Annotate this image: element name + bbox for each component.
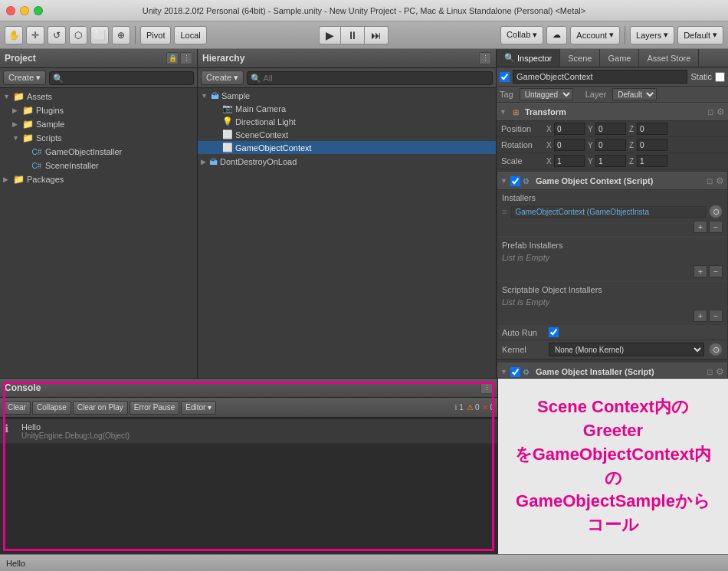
inspector-scroll-area: Static Tag Untagged Layer Default ▼ xyxy=(497,67,728,378)
goc-settings-icon[interactable]: ⚙ xyxy=(716,176,724,186)
fullscreen-button[interactable] xyxy=(34,6,43,15)
hand-tool-button[interactable]: ✋ xyxy=(5,26,23,44)
rotation-z-input[interactable]: 0 xyxy=(637,139,667,151)
project-search-input[interactable] xyxy=(49,71,194,85)
scale-y-input[interactable]: 1 xyxy=(595,155,626,167)
transform-tool-button[interactable]: ⊕ xyxy=(112,26,130,44)
tree-item-sample[interactable]: ▶ 📁 Sample xyxy=(0,117,197,131)
prefab-add-button[interactable]: + xyxy=(694,265,707,277)
prefab-remove-button[interactable]: − xyxy=(709,265,723,277)
position-z-input[interactable]: 0 xyxy=(637,123,667,135)
hierarchy-create-button[interactable]: Create ▾ xyxy=(201,71,244,85)
hierarchy-item-directionallight[interactable]: 💡 Directional Light xyxy=(198,115,496,128)
scale-x-input[interactable]: 1 xyxy=(554,155,585,167)
tree-item-sceneinstaller[interactable]: C# SceneInstaller xyxy=(0,159,197,172)
kernel-dropdown[interactable]: None (Mono Kernel) xyxy=(549,343,704,356)
minimize-button[interactable] xyxy=(20,6,29,15)
gameobject-context-section: ▼ ⚙ Game Object Context (Script) ⊡ ⚙ Ins… xyxy=(497,171,728,360)
project-create-button[interactable]: Create ▾ xyxy=(3,71,46,85)
hierarchy-item-scenecontext[interactable]: ⬜ SceneContext xyxy=(198,128,496,141)
hierarchy-search-input[interactable] xyxy=(247,71,493,85)
tab-inspector[interactable]: 🔍 Inspector xyxy=(497,49,560,67)
console-clear-on-play-button[interactable]: Clear on Play xyxy=(73,401,128,415)
auto-run-checkbox[interactable] xyxy=(549,327,559,337)
move-tool-button[interactable]: ✛ xyxy=(26,26,44,44)
project-menu-button[interactable]: ⋮ xyxy=(180,52,192,64)
local-button[interactable]: Local xyxy=(174,26,206,44)
rect-tool-button[interactable]: ⬜ xyxy=(90,26,109,44)
cloud-button[interactable]: ☁ xyxy=(546,26,567,44)
tag-label: Tag xyxy=(500,90,513,99)
scriptable-add-button[interactable]: + xyxy=(694,310,707,322)
goi-enabled-checkbox[interactable] xyxy=(510,367,520,377)
play-button[interactable]: ▶ xyxy=(319,26,341,44)
position-x-input[interactable]: 0 xyxy=(554,123,585,135)
scale-tool-button[interactable]: ⬡ xyxy=(69,26,87,44)
tree-item-gameobjectinstaller[interactable]: C# GameObjectInstaller xyxy=(0,145,197,159)
info-count: 1 xyxy=(459,403,464,412)
scale-z-input[interactable]: 1 xyxy=(637,155,667,167)
position-y-input[interactable]: 0 xyxy=(595,123,626,135)
goc-title: Game Object Context (Script) xyxy=(536,176,707,185)
layers-button[interactable]: Layers ▾ xyxy=(630,26,674,44)
hierarchy-panel-controls: ⋮ xyxy=(479,52,491,64)
rotation-z-label: Z xyxy=(629,141,635,149)
goi-settings-icon[interactable]: ⚙ xyxy=(716,366,724,377)
tree-item-packages[interactable]: ▶ 📁 Packages xyxy=(0,172,197,186)
installer-item-label: GameObjectContext (GameObjectInsta xyxy=(511,206,706,218)
pause-button[interactable]: ⏸ xyxy=(341,26,365,44)
installers-add-button[interactable]: + xyxy=(694,221,707,233)
console-badge-area: ℹ 1 ⚠ 0 ✕ 0 xyxy=(454,403,494,412)
console-menu-button[interactable]: ⋮ xyxy=(480,382,493,394)
goc-component-header[interactable]: ▼ ⚙ Game Object Context (Script) ⊡ ⚙ xyxy=(497,172,727,190)
hierarchy-item-maincamera[interactable]: 📷 Main Camera xyxy=(198,102,496,115)
drag-handle-icon: ≡ xyxy=(502,207,507,216)
rotation-y-input[interactable]: 0 xyxy=(595,139,626,151)
scale-x-item: X 1 xyxy=(546,155,585,167)
hierarchy-item-gameobjectcontext[interactable]: ⬜ GameObjectContext xyxy=(198,141,496,154)
tab-game[interactable]: Game xyxy=(600,49,639,67)
goc-enabled-checkbox[interactable] xyxy=(510,176,520,186)
tree-item-plugins[interactable]: ▶ 📁 Plugins xyxy=(0,103,197,117)
scene-tab-label: Scene xyxy=(568,54,592,63)
installers-remove-button[interactable]: − xyxy=(709,221,723,233)
step-button[interactable]: ⏭ xyxy=(365,26,389,44)
default-layout-button[interactable]: Default ▾ xyxy=(677,26,723,44)
tag-dropdown[interactable]: Untagged xyxy=(520,88,573,100)
transform-component-header[interactable]: ▼ ⊞ Transform ⊡ ⚙ xyxy=(497,103,728,121)
console-title: Console xyxy=(5,382,41,393)
layer-dropdown[interactable]: Default xyxy=(612,88,657,100)
hierarchy-menu-button[interactable]: ⋮ xyxy=(479,52,491,64)
hierarchy-item-sample[interactable]: ▼ 🏔 Sample xyxy=(198,90,496,102)
project-lock-button[interactable]: 🔒 xyxy=(166,52,179,64)
static-checkbox[interactable] xyxy=(715,72,725,82)
tree-item-assets[interactable]: ▼ 📁 Assets xyxy=(0,90,197,103)
tree-item-scripts[interactable]: ▼ 📁 Scripts xyxy=(0,131,197,145)
account-button[interactable]: Account ▾ xyxy=(570,26,620,44)
gameobject-name-input[interactable] xyxy=(513,70,687,84)
hierarchy-item-dontdestroy[interactable]: ▶ 🏔 DontDestroyOnLoad xyxy=(198,156,496,168)
tab-scene[interactable]: Scene xyxy=(560,49,600,67)
console-collapse-button[interactable]: Collapse xyxy=(32,401,71,415)
log-submessage: UnityEngine.Debug:Log(Object) xyxy=(21,432,130,440)
position-x-item: X 0 xyxy=(546,123,585,135)
console-editor-dropdown[interactable]: Editor ▾ xyxy=(181,401,216,415)
kernel-target-button[interactable]: ⊙ xyxy=(709,343,723,356)
collab-button[interactable]: Collab ▾ xyxy=(500,26,543,44)
tab-assetstore[interactable]: Asset Store xyxy=(639,49,699,67)
console-error-pause-button[interactable]: Error Pause xyxy=(130,401,179,415)
transform-settings-icon[interactable]: ⚙ xyxy=(717,107,725,117)
gameobject-enabled-checkbox[interactable] xyxy=(500,72,510,82)
pivot-button[interactable]: Pivot xyxy=(140,26,171,44)
scriptable-remove-button[interactable]: − xyxy=(709,310,723,322)
account-label: Account xyxy=(576,31,607,40)
rotation-x-input[interactable]: 0 xyxy=(554,139,585,151)
inspector-tabs: 🔍 Inspector Scene Game Asset Store xyxy=(497,49,728,67)
installer-target-button[interactable]: ⊙ xyxy=(709,205,723,218)
goi-component-header[interactable]: ▼ ⚙ Game Object Installer (Script) ⊡ ⚙ xyxy=(497,363,727,378)
console-log-item[interactable]: ℹ Hello UnityEngine.Debug:Log(Object) xyxy=(0,419,497,444)
error-icon: ✕ xyxy=(482,403,488,412)
close-button[interactable] xyxy=(6,6,15,15)
rotate-tool-button[interactable]: ↺ xyxy=(48,26,66,44)
console-clear-button[interactable]: Clear xyxy=(3,401,31,415)
